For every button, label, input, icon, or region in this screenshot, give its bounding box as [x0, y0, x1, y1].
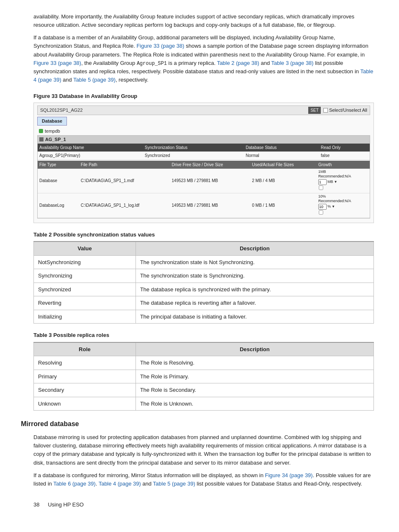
- fig-section-header: AG_SP_1: [38, 136, 370, 144]
- figure34-link[interactable]: Figure 34 (page 39): [265, 472, 312, 478]
- table2-value-cell: NotSynchronizing: [34, 255, 136, 269]
- table2-value-cell: Synchronizing: [34, 269, 136, 283]
- fig-ag-section: AG_SP_1 Availability Group Name Synchron…: [37, 135, 370, 218]
- fig-ag-th-4: Read Only: [319, 144, 370, 152]
- table-row: SynchronizingThe synchronization state i…: [34, 269, 374, 283]
- fig-ag-cell-1: Agroup_SP1(Primary): [38, 152, 143, 160]
- growth-unit-1: MB: [327, 180, 333, 185]
- fig-inner-row-1: Database C:\DATA\AG\AG_SP1_1.mdf 149523 …: [38, 169, 370, 193]
- table2-value-cell: Synchronized: [34, 283, 136, 296]
- fig-ag-cell-2: Synchronized: [143, 152, 244, 160]
- table-row: NotSynchronizingThe synchronization stat…: [34, 255, 374, 269]
- growth-check-1[interactable]: [319, 185, 323, 190]
- fig-inner-table: File Type File Path Drive Free Size / Dr…: [38, 161, 370, 218]
- fig-inner-th-5: Growth: [317, 161, 370, 169]
- fig-ag-th-2: Synchronization Status: [143, 144, 244, 152]
- fig-ag-cell-4: false: [319, 152, 370, 160]
- fig-db-tab[interactable]: Database: [37, 117, 67, 126]
- mirrored-para-1: Database mirroring is used for protectin…: [33, 433, 374, 467]
- fig-ag-th-3: Database Status: [244, 144, 319, 152]
- table2-desc-cell: The synchronization state is Synchronizi…: [136, 269, 373, 283]
- fig-inner-cell-2-5: 10%Recommended:N/A % ▼: [317, 193, 370, 218]
- figure33-title: Figure 33 Database in Availability Group: [33, 92, 374, 100]
- fig-section-icon: [39, 137, 43, 141]
- fig-ag-table: Availability Group Name Synchronization …: [38, 144, 370, 160]
- table2-value-cell: Initializing: [34, 310, 136, 324]
- table3-desc-cell: The Role is Resolving.: [136, 356, 373, 370]
- mirrored-para-2: If a database is configured for mirrorin…: [33, 471, 374, 488]
- set-btn[interactable]: SET: [308, 107, 320, 114]
- growth-dropdown-2[interactable]: ▼: [332, 205, 335, 209]
- fig-inner-cell-1-5: 1MBRecommended:N/A MB ▼: [317, 169, 370, 193]
- table4-link-m[interactable]: Table 4 (page 39): [99, 481, 141, 487]
- fig-toolbar: SQL2012SP1_AG22 SET Select/Unselect All: [37, 105, 370, 115]
- fig-ag-th-1: Availability Group Name: [38, 144, 143, 152]
- server-name: SQL2012SP1_AG22: [40, 107, 83, 114]
- footer-label: Using HP ESO: [48, 501, 84, 509]
- table6-link[interactable]: Table 6 (page 39): [53, 481, 95, 487]
- fig-inner-th-2: File Path: [79, 161, 170, 169]
- select-all-label: Select/Unselect All: [329, 107, 367, 114]
- table3-col2-header: Description: [136, 342, 373, 356]
- figure33-box: SQL2012SP1_AG22 SET Select/Unselect All …: [33, 103, 374, 223]
- fig-inner-th-1: File Type: [38, 161, 79, 169]
- figure33-link-1[interactable]: Figure 33 (page 38): [136, 43, 184, 49]
- fig-inner-cell-2-1: DatabaseLog: [38, 193, 79, 218]
- fig-inner-cell-1-4: 2 MB / 4 MB: [250, 169, 317, 193]
- table2-col1-header: Value: [34, 242, 136, 255]
- table2-desc-cell: The synchronization state is Not Synchro…: [136, 255, 373, 269]
- table5-link-1[interactable]: Table 5 (page 39): [73, 77, 115, 83]
- growth-input-2[interactable]: [318, 204, 327, 210]
- page-number: 38: [33, 501, 39, 509]
- table3-role-cell: Secondary: [34, 383, 136, 397]
- table3-role-cell: Resolving: [34, 356, 136, 370]
- agroup-code: Agroup_SP1: [137, 61, 167, 67]
- table-row: SecondaryThe Role is Secondary.: [34, 383, 374, 397]
- table3-col1-header: Role: [34, 342, 136, 356]
- fig-inner-th-4: Used/Actual File Sizes: [250, 161, 317, 169]
- select-all-checkbox[interactable]: [323, 108, 328, 113]
- growth-input-1[interactable]: [318, 179, 327, 185]
- table3: Role Description ResolvingThe Role is Re…: [33, 342, 374, 411]
- table-row: RevertingThe database replica is reverti…: [34, 296, 374, 310]
- fig-item-label: tempdb: [45, 128, 60, 135]
- fig-inner-cell-2-2: C:\DATA\AG\AG_SP1_1_log.ldf: [79, 193, 170, 218]
- table2-link-1[interactable]: Table 2 (page 38): [217, 60, 259, 66]
- table2-desc-cell: The database replica is reverting after …: [136, 296, 373, 310]
- table-row: ResolvingThe Role is Resolving.: [34, 356, 374, 370]
- table2: Value Description NotSynchronizingThe sy…: [33, 241, 374, 324]
- fig-item-icon: [39, 129, 43, 133]
- table3-desc-cell: The Role is Primary.: [136, 370, 373, 383]
- fig-inner-cell-2-3: 149523 MB / 279881 MB: [170, 193, 251, 218]
- fig-inner-cell-1-1: Database: [38, 169, 79, 193]
- fig-inner-cell-2-4: 0 MB / 1 MB: [250, 193, 317, 218]
- figure33-link-2[interactable]: Figure 33 (page 38): [33, 60, 81, 66]
- growth-check-2[interactable]: [319, 210, 323, 214]
- growth-unit-2: %: [327, 204, 331, 209]
- table3-role-cell: Unknown: [34, 397, 136, 411]
- fig-tab-row: Database: [37, 117, 370, 126]
- mirrored-section-heading: Mirrored database: [21, 419, 374, 429]
- table-row: PrimaryThe Role is Primary.: [34, 370, 374, 383]
- table-row: UnknownThe Role is Unknown.: [34, 397, 374, 411]
- table3-role-cell: Primary: [34, 370, 136, 383]
- table3-desc-cell: The Role is Secondary.: [136, 383, 373, 397]
- table2-col2-header: Description: [136, 242, 373, 255]
- growth-dropdown-1[interactable]: ▼: [334, 180, 337, 184]
- table3-title: Table 3 Possible replica roles: [33, 331, 374, 339]
- table2-desc-cell: The principal database is initiating a f…: [136, 310, 373, 324]
- table3-link-1[interactable]: Table 3 (page 38): [271, 60, 314, 66]
- table2-title: Table 2 Possible synchronization status …: [33, 231, 374, 239]
- table-row: SynchronizedThe database replica is sync…: [34, 283, 374, 296]
- table5-link-m[interactable]: Table 5 (page 39): [153, 481, 195, 487]
- fig-inner-cell-1-2: C:\DATA\AG\AG_SP1_1.mdf: [79, 169, 170, 193]
- footer: 38 Using HP ESO: [33, 501, 374, 509]
- table3-desc-cell: The Role is Unknown.: [136, 397, 373, 411]
- fig-section-name: AG_SP_1: [45, 136, 66, 143]
- select-all: Select/Unselect All: [323, 107, 367, 114]
- fig-inner-cell-1-3: 149523 MB / 279881 MB: [170, 169, 251, 193]
- table-row: InitializingThe principal database is in…: [34, 310, 374, 324]
- body-para-2: If a database is a member of an Availabi…: [33, 33, 374, 84]
- fig-inner-row-2: DatabaseLog C:\DATA\AG\AG_SP1_1_log.ldf …: [38, 193, 370, 218]
- fig-inner-th-3: Drive Free Size / Drive Size: [170, 161, 251, 169]
